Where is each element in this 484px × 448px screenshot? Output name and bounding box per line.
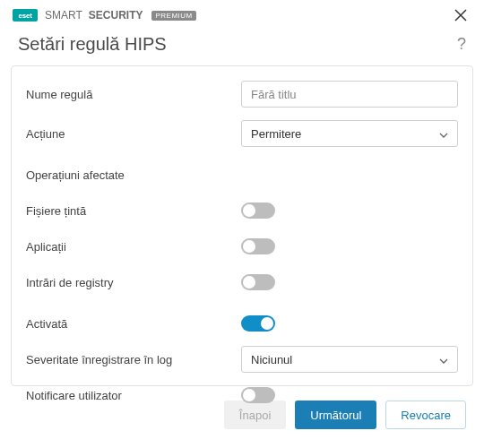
registry-label: Intrări de registry <box>26 276 241 289</box>
notify-user-toggle[interactable] <box>241 387 275 403</box>
enabled-toggle[interactable] <box>241 315 275 332</box>
back-button: Înapoi <box>224 401 286 429</box>
brand: eset SMART SECURITY PREMIUM <box>13 9 196 22</box>
brand-premium-badge: PREMIUM <box>151 11 195 21</box>
rule-name-input[interactable] <box>241 81 458 108</box>
target-files-label: Fișiere țintă <box>26 204 241 218</box>
next-button[interactable]: Următorul <box>295 401 376 429</box>
log-severity-label: Severitate înregistrare în log <box>26 353 241 366</box>
chevron-down-icon <box>439 127 448 141</box>
rule-name-label: Nume regulă <box>26 88 241 101</box>
action-label: Acțiune <box>26 127 241 141</box>
close-icon <box>454 9 467 22</box>
help-icon: ? <box>457 35 466 53</box>
chevron-down-icon <box>439 353 448 366</box>
enabled-label: Activată <box>26 317 241 331</box>
brand-smart: SMART <box>45 9 82 22</box>
page-title: Setări regulă HIPS <box>18 34 167 55</box>
applications-label: Aplicații <box>26 240 241 254</box>
brand-logo: eset <box>13 9 38 22</box>
action-select[interactable]: Permitere <box>241 120 458 147</box>
cancel-button[interactable]: Revocare <box>385 401 466 429</box>
target-files-toggle[interactable] <box>241 202 275 219</box>
registry-toggle[interactable] <box>241 274 275 290</box>
brand-security: SECURITY <box>89 9 143 22</box>
log-severity-select[interactable]: Niciunul <box>241 346 458 373</box>
settings-panel: Nume regulă Acțiune Permitere Operațiuni… <box>11 65 473 386</box>
applications-toggle[interactable] <box>241 238 275 254</box>
action-value: Permitere <box>251 127 301 141</box>
affected-ops-label: Operațiuni afectate <box>26 168 125 182</box>
close-button[interactable] <box>450 4 471 26</box>
log-severity-value: Niciunul <box>251 353 292 366</box>
notify-user-label: Notificare utilizator <box>26 389 241 402</box>
help-button[interactable]: ? <box>457 35 466 54</box>
